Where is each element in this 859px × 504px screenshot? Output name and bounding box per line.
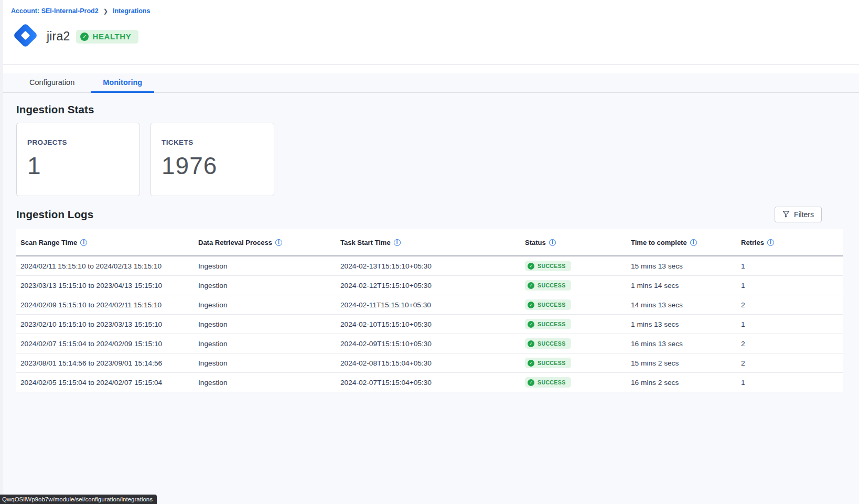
check-circle-icon — [528, 263, 534, 270]
stat-card-tickets: TICKETS 1976 — [151, 123, 274, 196]
cell-status: SUCCESS — [521, 280, 627, 291]
stat-card-projects: PROJECTS 1 — [16, 123, 140, 196]
col-header-scan-range: Scan Range Time — [16, 239, 194, 246]
cell-retries: 2 — [737, 340, 843, 348]
table-row: 2024/02/09 15:15:10 to 2024/02/11 15:15:… — [16, 295, 843, 315]
info-icon[interactable] — [690, 239, 697, 246]
check-circle-icon — [528, 282, 534, 289]
cell-data-retrieval-process: Ingestion — [194, 282, 336, 289]
cell-status: SUCCESS — [521, 358, 627, 368]
stat-cards: PROJECTS 1 TICKETS 1976 — [16, 123, 843, 196]
tab-bar: Configuration Monitoring — [0, 73, 859, 93]
cell-time-to-complete: 1 mins 14 secs — [627, 282, 737, 289]
table-row: 2023/08/01 15:14:56 to 2023/09/01 15:14:… — [16, 353, 843, 373]
status-success-badge: SUCCESS — [525, 261, 571, 271]
cell-scan-range-time: 2023/02/10 15:15:10 to 2023/03/13 15:15:… — [16, 320, 194, 328]
status-success-badge: SUCCESS — [525, 358, 571, 368]
cell-time-to-complete: 16 mins 2 secs — [627, 379, 737, 387]
status-label: SUCCESS — [538, 302, 566, 308]
chevron-right-icon — [103, 8, 108, 15]
integration-title-row: jira2 HEALTHY — [10, 20, 138, 52]
cell-time-to-complete: 14 mins 13 secs — [627, 301, 737, 309]
link-preview-tooltip: QwqOSllWp9ob7w/module/sei/configuration/… — [0, 495, 157, 504]
info-icon[interactable] — [394, 239, 401, 246]
check-circle-icon — [528, 321, 534, 328]
cell-status: SUCCESS — [521, 261, 627, 271]
cell-data-retrieval-process: Ingestion — [194, 262, 336, 270]
cell-task-start-time: 2024-02-12T15:15:10+05:30 — [336, 282, 521, 289]
cell-retries: 1 — [737, 282, 843, 289]
check-circle-icon — [528, 379, 534, 386]
cell-retries: 2 — [737, 359, 843, 367]
table-body: 2024/02/11 15:15:10 to 2024/02/13 15:15:… — [16, 256, 843, 392]
stat-label: TICKETS — [162, 138, 263, 146]
stat-value: 1 — [27, 152, 129, 180]
cell-time-to-complete: 15 mins 13 secs — [627, 262, 737, 270]
status-success-badge: SUCCESS — [525, 280, 571, 291]
col-header-retries: Retries — [737, 239, 843, 246]
check-circle-icon — [528, 302, 534, 308]
table-row: 2023/02/10 15:15:10 to 2023/03/13 15:15:… — [16, 315, 843, 334]
window-edge-strip — [0, 0, 3, 504]
status-success-badge: SUCCESS — [525, 377, 571, 388]
filter-funnel-icon — [782, 210, 790, 219]
ingestion-stats-title: Ingestion Stats — [16, 103, 843, 116]
ingestion-logs-table: Scan Range Time Data Retrieval Process T… — [16, 229, 843, 392]
status-label: SUCCESS — [538, 340, 566, 347]
stat-label: PROJECTS — [27, 138, 129, 146]
cell-task-start-time: 2024-02-13T15:15:10+05:30 — [336, 262, 521, 270]
tab-monitoring[interactable]: Monitoring — [91, 73, 154, 93]
cell-scan-range-time: 2024/02/05 15:15:04 to 2024/02/07 15:15:… — [16, 379, 194, 387]
jira-logo-icon — [10, 20, 40, 52]
check-circle-icon — [528, 340, 534, 347]
stat-value: 1976 — [162, 152, 263, 180]
health-status-badge: HEALTHY — [76, 30, 138, 44]
col-header-process: Data Retrieval Process — [194, 239, 336, 246]
cell-time-to-complete: 15 mins 2 secs — [627, 359, 737, 367]
cell-time-to-complete: 16 mins 13 secs — [627, 340, 737, 348]
header-divider — [0, 65, 859, 65]
cell-status: SUCCESS — [521, 338, 627, 349]
status-label: SUCCESS — [538, 282, 566, 288]
cell-task-start-time: 2024-02-10T15:15:10+05:30 — [336, 320, 521, 328]
health-status-label: HEALTHY — [92, 32, 131, 41]
info-icon[interactable] — [275, 239, 282, 246]
info-icon[interactable] — [767, 239, 774, 246]
cell-scan-range-time: 2024/02/07 15:15:04 to 2024/02/09 15:15:… — [16, 340, 194, 348]
cell-task-start-time: 2024-02-09T15:15:10+05:30 — [336, 340, 521, 348]
cell-task-start-time: 2024-02-11T15:15:10+05:30 — [336, 301, 521, 309]
integration-monitoring-page: Account: SEI-Internal-Prod2 Integrations — [0, 0, 859, 504]
status-label: SUCCESS — [538, 263, 566, 269]
page-title: jira2 — [47, 29, 70, 44]
check-circle-icon — [528, 360, 534, 367]
table-row: 2024/02/05 15:15:04 to 2024/02/07 15:15:… — [16, 373, 843, 392]
cell-status: SUCCESS — [521, 377, 627, 388]
status-label: SUCCESS — [538, 360, 566, 366]
info-icon[interactable] — [549, 239, 556, 246]
status-success-badge: SUCCESS — [525, 299, 571, 310]
cell-scan-range-time: 2023/08/01 15:14:56 to 2023/09/01 15:14:… — [16, 359, 194, 367]
breadcrumb-account-link[interactable]: Account: SEI-Internal-Prod2 — [11, 7, 99, 15]
ingestion-logs-title: Ingestion Logs — [16, 208, 93, 221]
col-header-time-to-complete: Time to complete — [627, 239, 737, 246]
info-icon[interactable] — [80, 239, 87, 246]
check-circle-icon — [80, 33, 89, 41]
cell-time-to-complete: 1 mins 13 secs — [627, 320, 737, 328]
table-row: 2024/02/11 15:15:10 to 2024/02/13 15:15:… — [16, 256, 843, 276]
tab-configuration[interactable]: Configuration — [17, 73, 87, 93]
breadcrumb-integrations-link[interactable]: Integrations — [113, 7, 151, 15]
ingestion-stats-section: Ingestion Stats PROJECTS 1 TICKETS 1976 — [0, 103, 859, 196]
filters-button[interactable]: Filters — [775, 207, 822, 222]
cell-data-retrieval-process: Ingestion — [194, 340, 336, 348]
ingestion-logs-section: Ingestion Logs Filters Scan Range Time — [0, 207, 859, 392]
cell-data-retrieval-process: Ingestion — [194, 359, 336, 367]
cell-data-retrieval-process: Ingestion — [194, 320, 336, 328]
table-row: 2023/03/13 15:15:10 to 2023/04/13 15:15:… — [16, 276, 843, 295]
cell-scan-range-time: 2024/02/09 15:15:10 to 2024/02/11 15:15:… — [16, 301, 194, 309]
cell-scan-range-time: 2024/02/11 15:15:10 to 2024/02/13 15:15:… — [16, 262, 194, 270]
status-label: SUCCESS — [538, 321, 566, 327]
filters-button-label: Filters — [794, 210, 814, 219]
status-success-badge: SUCCESS — [525, 338, 571, 349]
table-row: 2024/02/07 15:15:04 to 2024/02/09 15:15:… — [16, 334, 843, 353]
page-header: Account: SEI-Internal-Prod2 Integrations — [0, 0, 859, 73]
